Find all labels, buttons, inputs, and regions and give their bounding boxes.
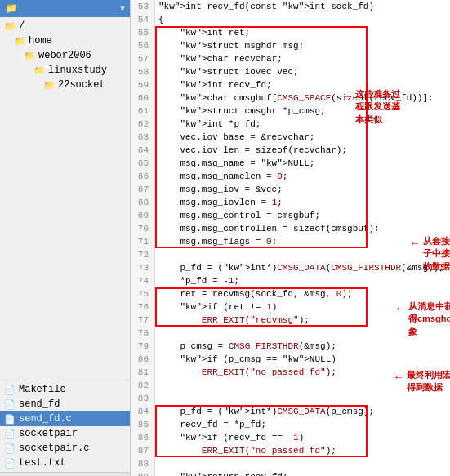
file-item-socketpair[interactable]: 📄socketpair (0, 426, 130, 441)
code-container: 5354555657585960616263646566676869707172… (131, 0, 450, 476)
line-number: 75 (134, 287, 151, 300)
line-number: 82 (134, 379, 151, 392)
file-label: socketpair.c (19, 443, 89, 454)
file-item-makefile[interactable]: 📄Makefile (0, 382, 130, 397)
line-number: 80 (134, 353, 151, 366)
code-content: "kw">int recv_fd(const "kw">int sock_fd)… (155, 0, 450, 476)
file-item-test-txt[interactable]: 📄test.txt (0, 456, 130, 470)
tree-label: webor2006 (38, 50, 91, 61)
line-number: 58 (134, 65, 151, 78)
line-number: 88 (134, 457, 151, 470)
line-number: 81 (134, 366, 151, 379)
code-line: msg.msg_flags = 0; (158, 235, 447, 248)
tree-item-linuxstudy[interactable]: 📁linuxstudy (0, 63, 130, 78)
tree-item-home[interactable]: 📁home (0, 33, 130, 48)
file-label: socketpair (19, 428, 78, 439)
sidebar-files: 📄Makefile📄send_fd📄send_fd.c📄socketpair📄s… (0, 380, 130, 472)
folder-icon: 📁 (23, 49, 36, 62)
folder-icon: 📁 (33, 64, 46, 77)
line-number: 65 (134, 157, 151, 170)
code-line: *p_fd = -1; (158, 274, 447, 287)
code-line: "kw">if (p_cmsg == "kw">NULL) (158, 353, 447, 366)
file-icon: 📄 (3, 412, 16, 425)
line-number: 86 (134, 431, 151, 444)
file-item-send_fd[interactable]: 📄send_fd (0, 397, 130, 411)
tree-item-webor2006[interactable]: 📁webor2006 (0, 48, 130, 63)
code-line: ERR_EXIT("no passed fd"); (158, 444, 447, 457)
line-number: 59 (134, 78, 151, 91)
file-label: send_fd.c (19, 413, 72, 425)
line-number: 64 (134, 144, 151, 157)
code-line: ERR_EXIT("recvmsg"); (158, 314, 447, 327)
line-number: 67 (134, 183, 151, 196)
folder-icon: 📁 (3, 20, 16, 33)
tree-label: / (19, 20, 25, 32)
line-number: 62 (134, 118, 151, 131)
file-item-send_fd-c[interactable]: 📄send_fd.c (0, 411, 130, 426)
file-label: Makefile (19, 384, 66, 395)
file-icon: 📄 (3, 456, 16, 469)
file-item-socketpair-c[interactable]: 📄socketpair.c (0, 441, 130, 456)
line-number: 84 (134, 405, 151, 418)
tree-label: 22socket (58, 79, 105, 91)
line-number: 61 (134, 105, 151, 118)
code-line: p_cmsg = CMSG_FIRSTHDR(&msg); (158, 340, 447, 353)
line-number: 71 (134, 235, 151, 248)
line-number: 63 (134, 131, 151, 144)
line-number: 56 (134, 39, 151, 52)
code-line: "kw">if (ret != 1) (158, 300, 447, 314)
line-number: 72 (134, 248, 151, 261)
folder-icon: 📁 (42, 78, 56, 91)
code-line: "kw">struct iovec vec; (158, 65, 447, 78)
code-line: "kw">return recv_fd; (158, 470, 447, 476)
file-label: send_fd (19, 398, 60, 410)
code-line: msg.msg_control = cmsgbuf; (158, 209, 447, 222)
code-area[interactable]: 5354555657585960616263646566676869707172… (131, 0, 450, 476)
line-number: 68 (134, 196, 151, 209)
line-number: 74 (134, 274, 151, 287)
code-line: msg.msg_iov = &vec; (158, 183, 447, 196)
line-number: 79 (134, 340, 151, 353)
line-number: 57 (134, 52, 151, 65)
folder-icon: 📁 (13, 34, 26, 47)
line-number: 77 (134, 314, 151, 327)
sidebar-header[interactable]: 📁 ▼ (0, 0, 130, 17)
code-line (158, 248, 447, 261)
line-number: 87 (134, 444, 151, 457)
code-line: "kw">int ret; (158, 26, 447, 39)
line-number: 54 (134, 13, 151, 26)
sidebar: 📁 ▼ 📁/📁home📁webor2006📁linuxstudy📁22socke… (0, 0, 131, 476)
code-line: { (158, 13, 447, 26)
line-number: 83 (134, 392, 151, 405)
line-number: 66 (134, 170, 151, 183)
code-line: recv_fd = *p_fd; (158, 418, 447, 431)
code-line: vec.iov_base = &recvchar; (158, 131, 447, 144)
line-number: 55 (134, 26, 151, 39)
line-number: 53 (134, 0, 151, 13)
code-line: "kw">struct cmsghr *p_cmsg; (158, 105, 447, 118)
line-number: 69 (134, 209, 151, 222)
code-line: msg.msg_namelen = 0; (158, 170, 447, 183)
file-icon: 📄 (3, 383, 16, 396)
file-tree: 📁/📁home📁webor2006📁linuxstudy📁22socket (0, 17, 130, 380)
code-line: msg.msg_name = "kw">NULL; (158, 157, 447, 170)
status-bar (0, 472, 130, 476)
tree-label: home (29, 35, 52, 47)
tree-item-/[interactable]: 📁/ (0, 19, 130, 33)
tree-label: linuxstudy (48, 65, 107, 76)
code-line: ret = recvmsg(sock_fd, &msg, 0); (158, 287, 447, 300)
line-numbers: 5354555657585960616263646566676869707172… (131, 0, 155, 476)
code-line: "kw">if (recv_fd == -1) (158, 431, 447, 444)
code-line: "kw">char recvchar; (158, 52, 447, 65)
code-line: "kw">char cmsgbuf[CMSG_SPACE(sizeof(recv… (158, 91, 447, 105)
line-number: 89 (134, 470, 151, 476)
code-line: p_fd = ("kw">int*)CMSG_DATA(p_cmsg); (158, 405, 447, 418)
file-label: test.txt (19, 457, 66, 469)
code-line: vec.iov_len = sizeof(recvchar); (158, 144, 447, 157)
tree-item-22socket[interactable]: 📁22socket (0, 78, 130, 92)
line-number: 76 (134, 300, 151, 314)
line-number: 70 (134, 222, 151, 235)
code-line (158, 379, 447, 392)
line-number: 60 (134, 91, 151, 105)
file-icon: 📄 (3, 427, 16, 440)
